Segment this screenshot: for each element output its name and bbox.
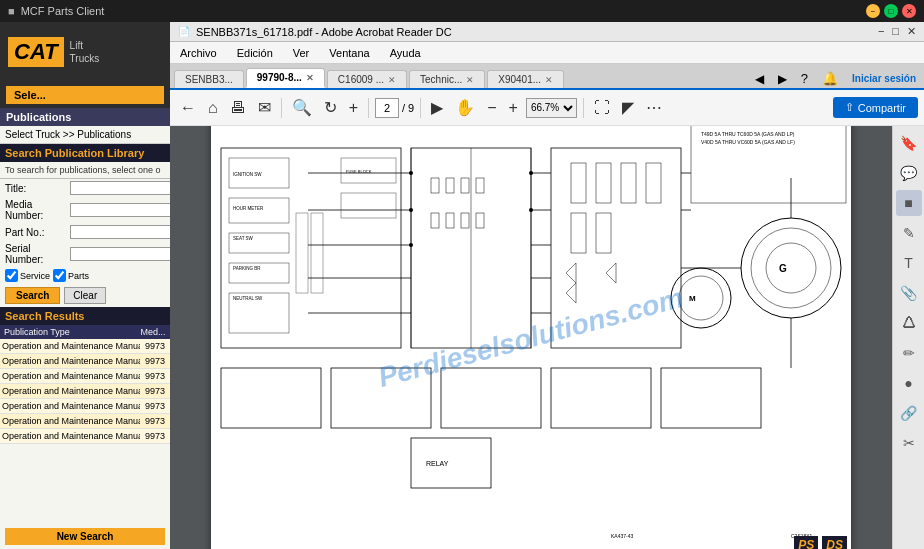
pdf-content-area: T49D 5A THRU TC60D 5A (GAS AND LP) V40D … (170, 126, 924, 549)
results-table-header: Publication Type Med... (0, 325, 170, 339)
part-number-input[interactable] (70, 225, 170, 239)
svg-point-61 (529, 171, 533, 175)
pdf-maximize-button[interactable]: □ (892, 25, 899, 38)
pub-type-col-header: Publication Type (2, 327, 138, 337)
title-input[interactable] (70, 181, 170, 195)
zoom-out-button[interactable]: 🔍 (288, 95, 316, 120)
minimize-button[interactable]: − (866, 4, 880, 18)
serial-number-input[interactable] (70, 247, 170, 261)
pdf-page: T49D 5A THRU TC60D 5A (GAS AND LP) V40D … (211, 126, 851, 549)
result-media: 9973 (140, 339, 170, 353)
print-button[interactable]: 🖶 (226, 96, 250, 120)
sign-icon-button[interactable]: ✏ (896, 340, 922, 366)
svg-text:FUSE BLOCK: FUSE BLOCK (346, 169, 372, 174)
pdf-toolbar: ← ⌂ 🖶 ✉ 🔍 ↻ + / 9 ▶ ✋ − + 66.7% 50% (170, 90, 924, 126)
parts-checkbox[interactable] (53, 269, 66, 282)
app-icon: ■ (8, 5, 15, 17)
page-number-input[interactable] (375, 98, 399, 118)
result-media: 9973 (140, 414, 170, 428)
pan-button[interactable]: ✋ (451, 95, 479, 120)
scissors-icon-button[interactable]: ✂ (896, 430, 922, 456)
share-button[interactable]: ⇧ Compartir (833, 97, 918, 118)
svg-text:NEUTRAL SW: NEUTRAL SW (233, 296, 263, 301)
toolbar-separator-2 (368, 98, 369, 118)
pdf-page-area: T49D 5A THRU TC60D 5A (GAS AND LP) V40D … (170, 126, 892, 549)
attach-icon-button[interactable]: 📎 (896, 280, 922, 306)
cursor-select-button[interactable]: ▶ (427, 95, 447, 120)
result-pub-type: Operation and Maintenance Manual (0, 369, 140, 383)
tab-99790[interactable]: 99790-8... ✕ (246, 68, 325, 88)
fit-page-button[interactable]: ⛶ (590, 96, 614, 120)
left-panel: CAT Lift Trucks Sele... Publications Sel… (0, 22, 170, 549)
pdf-minimize-button[interactable]: − (878, 25, 884, 38)
pdf-right-sidebar: 🔖 💬 ■ ✎ T 📎 🛆 ✏ ● 🔗 ✂ (892, 126, 924, 549)
help-button[interactable]: ? (797, 69, 812, 88)
menu-archivo[interactable]: Archivo (176, 45, 221, 61)
title-label: Title: (5, 183, 70, 194)
tab-99790-label: 99790-8... (257, 72, 302, 83)
tab-c16009-close[interactable]: ✕ (388, 75, 396, 85)
signin-button[interactable]: Iniciar sesión (848, 71, 920, 86)
service-checkbox[interactable] (5, 269, 18, 282)
notification-button[interactable]: 🔔 (818, 69, 842, 88)
maximize-button[interactable]: □ (884, 4, 898, 18)
app-container: CAT Lift Trucks Sele... Publications Sel… (0, 22, 924, 549)
bottom-logos: PS DS (794, 536, 847, 550)
menu-ayuda[interactable]: Ayuda (386, 45, 425, 61)
search-buttons-row: Search Clear (0, 284, 170, 307)
tab-c16009[interactable]: C16009 ... ✕ (327, 70, 407, 88)
table-row[interactable]: Operation and Maintenance Manual9973 (0, 429, 170, 444)
zoom-default-button[interactable]: ↻ (320, 95, 341, 120)
zoom-plus-button[interactable]: + (505, 96, 522, 120)
tab-99790-close[interactable]: ✕ (306, 73, 314, 83)
table-row[interactable]: Operation and Maintenance Manual9973 (0, 354, 170, 369)
text-icon-button[interactable]: T (896, 250, 922, 276)
clear-button[interactable]: Clear (64, 287, 106, 304)
more-tools-button[interactable]: ⋯ (642, 95, 666, 120)
acrobat-icon: 📄 (178, 26, 190, 37)
tab-technic[interactable]: Technic... ✕ (409, 70, 485, 88)
search-button[interactable]: Search (5, 287, 60, 304)
share-label: Compartir (858, 102, 906, 114)
menu-ventana[interactable]: Ventana (325, 45, 373, 61)
crop-button[interactable]: ◤ (618, 95, 638, 120)
stamp-icon-button[interactable]: 🛆 (896, 310, 922, 336)
menu-edicion[interactable]: Edición (233, 45, 277, 61)
zoom-in-button[interactable]: + (345, 96, 362, 120)
tab-technic-close[interactable]: ✕ (466, 75, 474, 85)
tab-prev-button[interactable]: ◀ (751, 70, 768, 88)
svg-text:M: M (689, 294, 696, 303)
pdf-title-bar: 📄 SENBB371s_61718.pdf - Adobe Acrobat Re… (170, 22, 924, 42)
comment-icon-button[interactable]: 💬 (896, 160, 922, 186)
table-row[interactable]: Operation and Maintenance Manual9973 (0, 339, 170, 354)
select-button[interactable]: Sele... (6, 86, 164, 104)
parts-label: Parts (68, 271, 89, 281)
table-row[interactable]: Operation and Maintenance Manual9973 (0, 399, 170, 414)
tab-senbb3-label: SENBB3... (185, 74, 233, 85)
tab-x90401[interactable]: X90401... ✕ (487, 70, 564, 88)
highlight-icon-button[interactable]: ■ (896, 190, 922, 216)
tab-senbb3[interactable]: SENBB3... (174, 70, 244, 88)
shield-icon-button[interactable]: ● (896, 370, 922, 396)
title-row: Title: (0, 179, 170, 197)
cat-logo-area: CAT Lift Trucks (0, 22, 170, 82)
zoom-select[interactable]: 66.7% 50% 75% 100% 125% (526, 98, 577, 118)
pdf-viewer-panel: 📄 SENBB371s_61718.pdf - Adobe Acrobat Re… (170, 22, 924, 549)
bookmark-icon-button[interactable]: 🔖 (896, 130, 922, 156)
close-button[interactable]: ✕ (902, 4, 916, 18)
tab-next-button[interactable]: ▶ (774, 70, 791, 88)
table-row[interactable]: Operation and Maintenance Manual9973 (0, 369, 170, 384)
back-button[interactable]: ← (176, 96, 200, 120)
table-row[interactable]: Operation and Maintenance Manual9973 (0, 414, 170, 429)
zoom-minus-button[interactable]: − (483, 96, 500, 120)
table-row[interactable]: Operation and Maintenance Manual9973 (0, 384, 170, 399)
draw-icon-button[interactable]: ✎ (896, 220, 922, 246)
media-number-input[interactable] (70, 203, 170, 217)
email-button[interactable]: ✉ (254, 95, 275, 120)
home-button[interactable]: ⌂ (204, 96, 222, 120)
link-icon-button[interactable]: 🔗 (896, 400, 922, 426)
menu-ver[interactable]: Ver (289, 45, 314, 61)
pdf-close-button[interactable]: ✕ (907, 25, 916, 38)
new-search-button[interactable]: New Search (5, 528, 165, 545)
tab-x90401-close[interactable]: ✕ (545, 75, 553, 85)
